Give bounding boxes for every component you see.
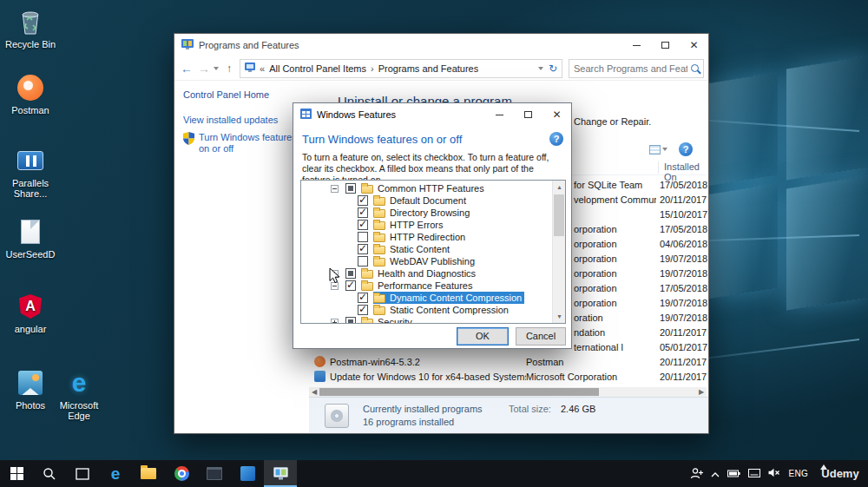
feature-checkbox[interactable] [345, 268, 356, 279]
document-icon [15, 217, 46, 247]
feature-checkbox[interactable] [358, 293, 368, 303]
scroll-up-icon[interactable]: ▲ [553, 181, 566, 194]
angular-icon: A [15, 292, 46, 321]
vertical-scrollbar[interactable]: ▲ ▼ [552, 181, 565, 323]
feature-checkbox[interactable] [358, 244, 368, 254]
history-dropdown-icon[interactable] [214, 67, 219, 73]
feature-tree-item[interactable]: Static Content [301, 243, 551, 255]
feature-tree-item[interactable]: Directory Browsing [301, 207, 551, 219]
close-button[interactable]: ✕ [680, 34, 708, 56]
ok-button[interactable]: OK [457, 327, 509, 346]
scroll-left-icon[interactable]: ◀ [309, 387, 319, 397]
taskbar-edge-icon[interactable]: e [99, 460, 132, 487]
scrollbar-thumb[interactable] [554, 194, 564, 236]
feature-tree-item[interactable]: WebDAV Publishing [301, 255, 551, 267]
refresh-icon[interactable]: ↻ [549, 63, 557, 75]
breadcrumb-prefix[interactable]: « [260, 63, 265, 74]
breadcrumb-item-programs[interactable]: Programs and Features [378, 63, 479, 74]
feature-checkbox[interactable] [358, 195, 368, 206]
program-installed-on: 20/11/2017 [656, 194, 708, 205]
taskbar-file-explorer-icon[interactable] [132, 460, 165, 487]
program-row[interactable]: Update for Windows 10 for x64-based Syst… [309, 369, 707, 384]
scrollbar-thumb[interactable] [319, 388, 599, 396]
feature-label: Security [378, 317, 412, 324]
feature-checkbox[interactable] [345, 280, 356, 291]
feature-checkbox[interactable] [345, 183, 356, 194]
program-installed-on: 15/10/2017 [656, 209, 708, 220]
desktop-icon-angular[interactable]: A angular [3, 292, 57, 334]
taskbar-chrome-icon[interactable] [165, 460, 198, 487]
back-button[interactable]: ← [179, 62, 194, 76]
feature-checkbox[interactable] [358, 232, 368, 242]
sidebar-item-turn-windows-features[interactable]: Turn Windows features on or off [183, 132, 304, 155]
sidebar-item-view-installed-updates[interactable]: View installed updates [183, 115, 304, 125]
desktop-icon-label: Parallels Share... [3, 178, 57, 199]
search-icon[interactable] [691, 64, 699, 72]
address-bar[interactable]: « All Control Panel Items › Programs and… [240, 59, 562, 78]
taskbar-search-button[interactable] [33, 460, 66, 487]
collapse-icon[interactable] [331, 185, 339, 193]
sidebar-item-control-panel-home[interactable]: Control Panel Home [183, 89, 304, 100]
programs-summary-icon [325, 404, 349, 428]
desktop-icon-photos[interactable]: Photos [3, 368, 57, 411]
minimize-button[interactable] [485, 103, 514, 126]
feature-tree-item[interactable]: Dynamic Content Compression [301, 292, 551, 304]
desktop-icon-edge[interactable]: e Microsoft Edge [52, 368, 106, 421]
program-row[interactable]: Postman-win64-5.3.2Postman20/11/2017 [309, 354, 707, 369]
close-button[interactable]: ✕ [542, 103, 571, 126]
address-dropdown-icon[interactable] [538, 67, 543, 73]
taskbar-app-window-icon[interactable] [198, 460, 231, 487]
maximize-button[interactable] [651, 34, 680, 56]
feature-checkbox[interactable] [358, 220, 368, 230]
speaker-muted-icon[interactable] [768, 468, 780, 479]
cancel-button[interactable]: Cancel [516, 327, 566, 346]
breadcrumb-item-control-panel[interactable]: All Control Panel Items [269, 63, 366, 74]
taskbar-control-panel-icon[interactable] [264, 460, 297, 487]
scroll-down-icon[interactable]: ▼ [553, 310, 566, 323]
column-header-installed-on[interactable]: Installed On [658, 161, 707, 174]
dialog-titlebar[interactable]: Windows Features ✕ [293, 103, 571, 126]
feature-checkbox[interactable] [358, 207, 368, 218]
task-view-button[interactable] [66, 460, 99, 487]
desktop-icon-postman[interactable]: Postman [3, 73, 57, 115]
program-installed-on: 04/06/2018 [656, 239, 708, 249]
desktop-icon-userseed[interactable]: UserSeedD [3, 217, 57, 260]
chevron-up-icon[interactable] [711, 469, 720, 479]
program-installed-on: 19/07/2018 [656, 313, 708, 323]
feature-tree-item[interactable]: Default Document [301, 194, 551, 207]
recycle-bin-icon [15, 7, 46, 36]
scroll-right-icon[interactable]: ▶ [696, 387, 707, 397]
help-icon[interactable]: ? [549, 132, 563, 146]
feature-tree-item[interactable]: Static Content Compression [301, 304, 551, 316]
taskbar-blue-app-icon[interactable] [231, 460, 264, 487]
help-icon[interactable]: ? [679, 142, 693, 156]
search-box[interactable] [569, 59, 704, 78]
feature-tree-item[interactable]: Security [301, 316, 551, 324]
start-button[interactable] [0, 460, 33, 487]
up-button[interactable]: ↑ [221, 63, 237, 75]
feature-checkbox[interactable] [358, 305, 368, 315]
instruction-text: Change or Repair. [574, 116, 651, 127]
maximize-button[interactable] [514, 103, 542, 126]
change-view-button[interactable] [649, 145, 667, 155]
feature-tree-item[interactable]: Common HTTP Features [301, 182, 551, 194]
people-icon[interactable] [690, 467, 703, 481]
minimize-button[interactable] [622, 34, 651, 56]
feature-tree-item[interactable]: HTTP Errors [301, 219, 551, 231]
feature-checkbox[interactable] [345, 317, 356, 324]
horizontal-scrollbar[interactable]: ◀ ▶ [309, 387, 707, 397]
search-input[interactable] [574, 63, 687, 74]
program-installed-on: 17/05/2018 [656, 224, 708, 234]
desktop-icon-parallels[interactable]: Parallels Share... [3, 146, 57, 199]
desktop-icon-recycle-bin[interactable]: Recycle Bin [3, 7, 57, 49]
total-size-value: 2.46 GB [561, 404, 595, 414]
expand-icon[interactable] [331, 319, 339, 325]
keyboard-icon[interactable] [748, 469, 760, 479]
window-titlebar[interactable]: Programs and Features ✕ [174, 34, 708, 56]
forward-button[interactable]: → [197, 62, 211, 76]
language-indicator[interactable]: ENG [788, 469, 808, 478]
feature-checkbox[interactable] [358, 256, 368, 267]
folder-icon [373, 306, 385, 315]
feature-tree-item[interactable]: HTTP Redirection [301, 231, 551, 243]
battery-icon[interactable] [727, 469, 740, 479]
